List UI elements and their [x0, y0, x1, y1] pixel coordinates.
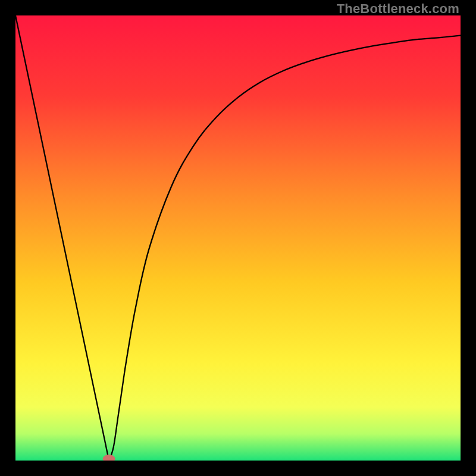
watermark-text: TheBottleneck.com — [337, 1, 459, 17]
plot-frame — [15, 15, 461, 461]
bottleneck-chart — [15, 15, 461, 461]
minimum-marker — [103, 455, 115, 461]
gradient-background — [15, 15, 461, 461]
